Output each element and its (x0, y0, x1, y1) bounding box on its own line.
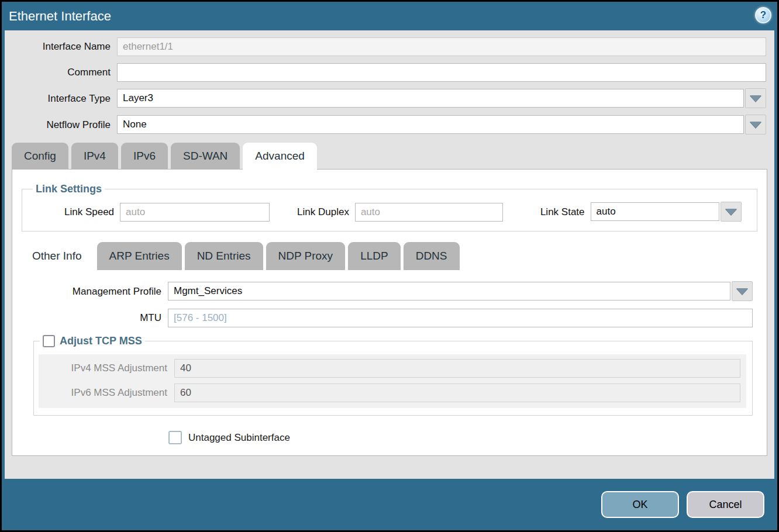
other-info-content: Management Profile Mgmt_Services MTU (12, 270, 767, 444)
secondary-tabs: Other Info ARP Entries ND Entries NDP Pr… (12, 242, 767, 270)
ipv6-mss-label: IPv6 MSS Adjustment (39, 387, 174, 399)
dialog-footer: OK Cancel (2, 479, 777, 530)
management-profile-row: Management Profile Mgmt_Services (12, 282, 753, 301)
ethernet-interface-dialog: Ethernet Interface ? Interface Name Comm… (0, 0, 779, 532)
ipv4-mss-field (174, 359, 740, 378)
management-profile-select[interactable]: Mgmt_Services (168, 282, 730, 300)
dialog-content: Interface Name Comment Interface Type La… (5, 30, 774, 479)
ipv6-mss-row: IPv6 MSS Adjustment (39, 384, 740, 402)
mtu-field[interactable] (168, 309, 753, 327)
comment-row: Comment (5, 63, 766, 82)
adjust-tcp-mss-group: Adjust TCP MSS IPv4 MSS Adjustment IPv6 … (33, 335, 753, 416)
comment-field[interactable] (117, 63, 766, 82)
primary-tabs: Config IPv4 IPv6 SD-WAN Advanced (5, 143, 774, 170)
tab-config[interactable]: Config (12, 143, 68, 170)
dialog-titlebar: Ethernet Interface ? (2, 2, 777, 30)
tab-arp-entries[interactable]: ARP Entries (97, 242, 182, 270)
interface-type-dropdown-button[interactable] (745, 88, 766, 108)
management-profile-dropdown-button[interactable] (732, 281, 753, 301)
management-profile-label: Management Profile (12, 286, 168, 298)
adjust-tcp-mss-checkbox[interactable] (43, 335, 55, 347)
ok-button[interactable]: OK (601, 491, 679, 518)
netflow-profile-select[interactable]: None (117, 115, 744, 134)
mss-disabled-area: IPv4 MSS Adjustment IPv6 MSS Adjustment (39, 354, 746, 408)
untagged-subinterface-checkbox[interactable] (168, 431, 182, 444)
comment-label: Comment (5, 67, 117, 78)
tab-nd-entries[interactable]: ND Entries (185, 242, 263, 270)
chevron-down-icon (736, 288, 748, 295)
interface-name-row: Interface Name (5, 37, 766, 56)
link-settings-legend: Link Settings (33, 183, 105, 195)
tab-ipv6[interactable]: IPv6 (121, 143, 168, 170)
tab-sdwan[interactable]: SD-WAN (171, 143, 240, 170)
link-settings-group: Link Settings Link Speed Link Duplex Lin… (22, 183, 757, 232)
link-duplex-field[interactable] (355, 203, 503, 222)
untagged-subinterface-label: Untagged Subinterface (188, 432, 290, 444)
ipv4-mss-label: IPv4 MSS Adjustment (39, 362, 174, 374)
ipv4-mss-row: IPv4 MSS Adjustment (39, 359, 740, 378)
mtu-row: MTU (12, 309, 753, 327)
netflow-profile-row: Netflow Profile None (5, 115, 766, 134)
link-speed-label: Link Speed (64, 206, 120, 218)
tab-ndp-proxy[interactable]: NDP Proxy (266, 242, 346, 270)
chevron-down-icon (725, 209, 737, 215)
tab-ipv4[interactable]: IPv4 (71, 143, 118, 170)
link-state-label: Link State (540, 206, 591, 218)
netflow-profile-dropdown-button[interactable] (745, 115, 766, 134)
dialog-title: Ethernet Interface (9, 9, 111, 24)
interface-type-row: Interface Type Layer3 (5, 89, 766, 108)
interface-name-field (117, 37, 766, 56)
link-settings-legend-text: Link Settings (36, 183, 102, 195)
ipv6-mss-field (174, 384, 740, 402)
help-icon-glyph: ? (760, 9, 766, 21)
tab-ddns[interactable]: DDNS (404, 242, 460, 270)
netflow-profile-label: Netflow Profile (5, 119, 117, 131)
adjust-tcp-mss-legend-text: Adjust TCP MSS (60, 335, 142, 347)
interface-name-label: Interface Name (5, 41, 117, 53)
interface-type-select[interactable]: Layer3 (117, 89, 744, 108)
chevron-down-icon (750, 122, 761, 128)
help-icon[interactable]: ? (755, 7, 771, 23)
cancel-button[interactable]: Cancel (687, 491, 764, 518)
adjust-tcp-mss-legend: Adjust TCP MSS (40, 335, 145, 347)
mtu-label: MTU (12, 312, 168, 324)
tab-advanced[interactable]: Advanced (243, 143, 317, 170)
advanced-tab-panel: Link Settings Link Speed Link Duplex Lin… (12, 169, 767, 456)
link-speed-field[interactable] (120, 203, 270, 222)
chevron-down-icon (750, 95, 761, 102)
untagged-subinterface-row: Untagged Subinterface (168, 431, 767, 444)
link-state-dropdown-button[interactable] (721, 202, 742, 222)
link-duplex-label: Link Duplex (297, 206, 355, 218)
link-state-select[interactable]: auto (591, 202, 719, 221)
interface-type-label: Interface Type (5, 93, 117, 105)
tab-other-info[interactable]: Other Info (20, 242, 94, 270)
tab-lldp[interactable]: LLDP (348, 242, 401, 270)
